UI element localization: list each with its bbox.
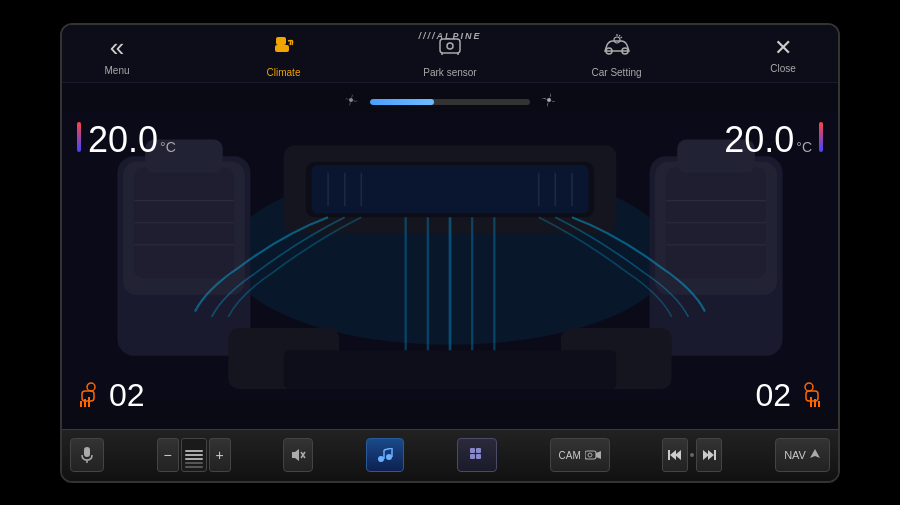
left-temperature-display[interactable]: 20.0 °C: [77, 119, 176, 161]
right-seat-heat-icon: [799, 379, 823, 412]
music-button[interactable]: [366, 438, 404, 472]
cam-label: CAM: [559, 450, 581, 461]
svg-point-48: [805, 383, 813, 391]
nav-climate[interactable]: Climate: [249, 31, 319, 78]
svg-point-3: [447, 43, 453, 49]
right-temp-bar: [819, 122, 823, 152]
svg-marker-65: [596, 451, 601, 459]
next-track-button[interactable]: [696, 438, 722, 472]
volume-minus-button[interactable]: −: [157, 438, 179, 472]
left-seat-heat-icon: [77, 379, 101, 412]
svg-rect-72: [714, 450, 716, 460]
climate-icon: [270, 31, 298, 65]
svg-rect-2: [440, 39, 460, 53]
svg-line-9: [620, 37, 622, 38]
cam-button[interactable]: CAM: [550, 438, 610, 472]
svg-rect-50: [84, 447, 90, 457]
svg-rect-69: [668, 450, 670, 460]
svg-rect-1: [275, 45, 289, 52]
nav-close[interactable]: ✕ Close: [748, 35, 818, 74]
device-frame: ////ALPINE « Menu Climate: [60, 23, 840, 483]
svg-rect-0: [276, 37, 286, 45]
right-seat-level: 02: [755, 377, 791, 414]
climate-content: 20.0 °C 20.0 °C: [62, 83, 838, 429]
svg-point-55: [378, 456, 384, 462]
volume-plus-icon: +: [216, 447, 224, 463]
left-seat-level: 02: [109, 377, 145, 414]
alpine-logo: ////ALPINE: [418, 31, 481, 41]
left-seat-control[interactable]: 02: [77, 377, 145, 414]
nav-car-setting-label: Car Setting: [591, 67, 641, 78]
temperature-row: 20.0 °C 20.0 °C: [77, 91, 823, 161]
menu-icon: «: [110, 32, 124, 63]
svg-line-8: [619, 35, 620, 37]
nav-car-setting[interactable]: Car Setting: [582, 31, 652, 78]
svg-rect-6: [614, 37, 620, 43]
left-temp-bar: [77, 122, 81, 152]
nav-close-label: Close: [770, 63, 796, 74]
svg-marker-52: [292, 449, 299, 461]
track-separator: [690, 453, 694, 457]
left-temp-unit: °C: [160, 139, 176, 155]
app-grid-button[interactable]: [457, 438, 497, 472]
svg-point-66: [588, 453, 592, 457]
vol-tick-2: [185, 462, 203, 464]
left-temp-value: 20.0: [88, 119, 158, 161]
right-seat-control[interactable]: 02: [755, 377, 823, 414]
car-setting-icon: [601, 31, 633, 65]
screen: ////ALPINE « Menu Climate: [62, 25, 838, 481]
vol-tick-3: [185, 458, 203, 460]
nav-menu-label: Menu: [104, 65, 129, 76]
svg-rect-62: [470, 454, 475, 459]
nav-climate-label: Climate: [267, 67, 301, 78]
nav-button-label: NAV: [784, 449, 806, 461]
svg-rect-64: [585, 451, 596, 459]
svg-rect-61: [476, 448, 481, 453]
svg-line-59: [384, 448, 392, 450]
svg-rect-60: [470, 448, 475, 453]
svg-point-43: [87, 383, 95, 391]
hardware-bar: − +: [62, 429, 838, 481]
prev-track-button[interactable]: [662, 438, 688, 472]
volume-group: − +: [157, 438, 231, 472]
right-temp-value: 20.0: [724, 119, 794, 161]
vol-tick-5: [185, 450, 203, 452]
nav-button[interactable]: NAV: [775, 438, 830, 472]
close-icon: ✕: [774, 35, 792, 61]
mute-button[interactable]: [283, 438, 313, 472]
nav-menu[interactable]: « Menu: [82, 32, 152, 76]
vol-tick-4: [185, 454, 203, 456]
right-temp-unit: °C: [796, 139, 812, 155]
seat-heat-row: 02 02: [77, 377, 823, 419]
volume-minus-icon: −: [164, 447, 172, 463]
controls-overlay: 20.0 °C 20.0 °C: [62, 83, 838, 429]
volume-plus-button[interactable]: +: [209, 438, 231, 472]
volume-bar[interactable]: [181, 438, 207, 472]
right-temperature-display[interactable]: 20.0 °C: [724, 119, 823, 161]
vol-tick-1: [185, 466, 203, 468]
top-nav: ////ALPINE « Menu Climate: [62, 25, 838, 83]
svg-rect-63: [476, 454, 481, 459]
nav-park-sensor-label: Park sensor: [423, 67, 476, 78]
svg-point-56: [386, 454, 392, 460]
mic-button[interactable]: [70, 438, 104, 472]
track-controls: [662, 438, 722, 472]
